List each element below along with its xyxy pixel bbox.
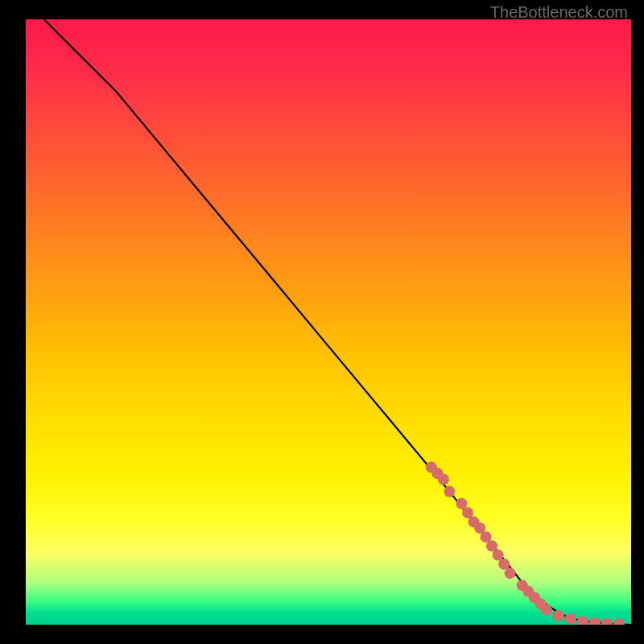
- watermark-text: TheBottleneck.com: [490, 3, 628, 22]
- plot-area: [26, 19, 631, 625]
- gradient-background: [26, 19, 631, 625]
